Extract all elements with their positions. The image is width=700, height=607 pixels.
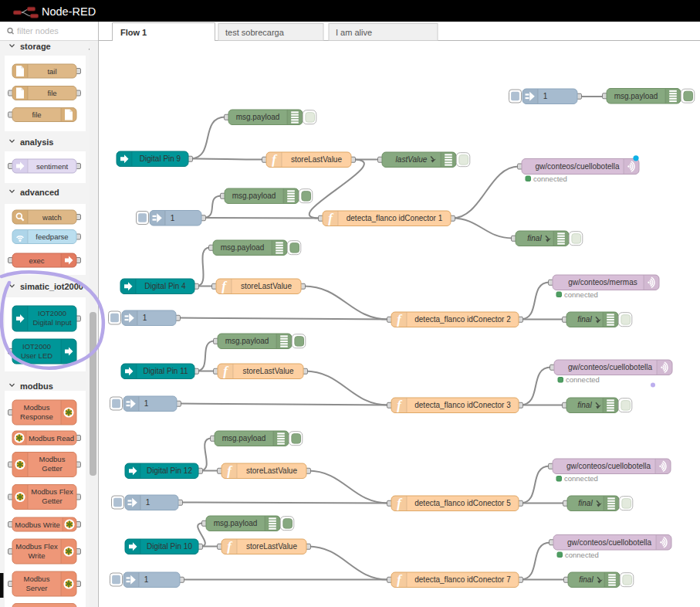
svg-text:storeLastValue: storeLastValue [241, 282, 292, 290]
svg-text:detecta_flanco idConector 3: detecta_flanco idConector 3 [414, 401, 511, 409]
svg-text:exec: exec [29, 256, 44, 265]
svg-text:Write: Write [29, 551, 46, 560]
svg-text:Modbus Write: Modbus Write [15, 521, 59, 529]
svg-text:Getter: Getter [42, 464, 62, 473]
svg-text:Digital Input: Digital Input [32, 318, 72, 327]
svg-text:analysis: analysis [20, 137, 53, 147]
svg-text:Digital Pin 12: Digital Pin 12 [147, 466, 192, 475]
svg-text:simatic_iot2000: simatic_iot2000 [20, 282, 83, 291]
svg-text:feedparse: feedparse [36, 232, 68, 241]
svg-text:final: final [527, 234, 542, 242]
svg-text:Modbus Flex: Modbus Flex [15, 542, 58, 551]
svg-text:file: file [47, 89, 56, 97]
svg-text:gw/conteos/mermas: gw/conteos/mermas [568, 278, 637, 287]
svg-text:Flow 1: Flow 1 [120, 28, 147, 37]
svg-text:advanced: advanced [20, 188, 59, 197]
svg-text:detecta_flanco idConector 5: detecta_flanco idConector 5 [414, 499, 511, 507]
svg-text:Modbus Read: Modbus Read [29, 434, 74, 443]
svg-text:connected: connected [566, 375, 600, 384]
svg-text:1: 1 [543, 92, 548, 100]
svg-text:gw/conteos/cuellobotella: gw/conteos/cuellobotella [568, 363, 652, 371]
svg-text:detecta_flanco idConector 1: detecta_flanco idConector 1 [347, 214, 443, 222]
svg-text:storeLastValue: storeLastValue [246, 466, 297, 475]
svg-text:detecta_flanco idConector 7: detecta_flanco idConector 7 [414, 575, 511, 584]
svg-text:gw/conteos/cuellobotella: gw/conteos/cuellobotella [567, 538, 651, 547]
svg-text:final: final [579, 575, 593, 584]
svg-text:final: final [577, 401, 592, 409]
svg-text:storeLastValue: storeLastValue [291, 155, 342, 164]
svg-text:IOT2000: IOT2000 [38, 309, 66, 317]
svg-text:msg.payload: msg.payload [236, 113, 280, 121]
svg-text:storeLastValue: storeLastValue [243, 367, 294, 375]
svg-text:file: file [32, 110, 41, 119]
svg-text:connected: connected [565, 551, 599, 559]
svg-text:gw/conteos/cuellobotella: gw/conteos/cuellobotella [536, 162, 620, 171]
svg-text:storage: storage [20, 42, 51, 51]
svg-text:Digital Pin 10: Digital Pin 10 [147, 542, 192, 551]
svg-text:1: 1 [146, 498, 150, 507]
svg-text:detecta_flanco idConector 2: detecta_flanco idConector 2 [414, 315, 511, 324]
svg-text:IOT2000: IOT2000 [22, 342, 51, 351]
svg-text:final: final [577, 315, 592, 324]
svg-text:connected: connected [564, 290, 598, 299]
svg-text:Getter: Getter [42, 497, 62, 505]
svg-text:1: 1 [144, 399, 149, 408]
svg-text:connected: connected [533, 175, 567, 183]
svg-text:Response: Response [20, 412, 53, 421]
svg-text:1: 1 [144, 575, 149, 584]
svg-text:connected: connected [564, 474, 598, 483]
svg-text:Server: Server [26, 584, 48, 592]
svg-text:msg.payload: msg.payload [222, 434, 266, 443]
svg-text:msg.payload: msg.payload [221, 243, 265, 252]
svg-text:Modbus Flex: Modbus Flex [31, 487, 73, 496]
svg-text:I am alive: I am alive [336, 28, 372, 37]
svg-text:msg.payload: msg.payload [232, 192, 276, 200]
svg-text:modbus: modbus [20, 381, 53, 391]
svg-text:Modbus: Modbus [39, 455, 66, 463]
svg-text:User LED: User LED [21, 351, 52, 360]
svg-text:msg.payload: msg.payload [214, 519, 258, 527]
svg-text:Modbus: Modbus [24, 575, 50, 583]
svg-text:tail: tail [47, 67, 56, 76]
svg-text:gw/conteos/cuellobotella: gw/conteos/cuellobotella [566, 462, 651, 470]
svg-text:storeLastValue: storeLastValue [246, 542, 297, 551]
svg-text:msg.payload: msg.payload [225, 337, 269, 345]
svg-text:Digital Pin 4: Digital Pin 4 [144, 282, 186, 290]
svg-text:filter nodes: filter nodes [17, 26, 59, 36]
svg-text:test sobrecarga: test sobrecarga [225, 28, 285, 37]
svg-text:Node-RED: Node-RED [42, 5, 96, 18]
svg-text:Digital Pin 9: Digital Pin 9 [140, 154, 181, 163]
svg-text:lastValue: lastValue [396, 155, 428, 164]
svg-text:1: 1 [143, 314, 147, 322]
svg-text:Modbus: Modbus [24, 403, 50, 412]
svg-text:final: final [578, 499, 593, 507]
svg-text:msg.payload: msg.payload [614, 92, 658, 100]
svg-text:Digital Pin 11: Digital Pin 11 [143, 367, 188, 375]
svg-text:watch: watch [42, 213, 62, 222]
svg-text:sentiment: sentiment [36, 162, 69, 171]
svg-text:1: 1 [171, 214, 175, 222]
